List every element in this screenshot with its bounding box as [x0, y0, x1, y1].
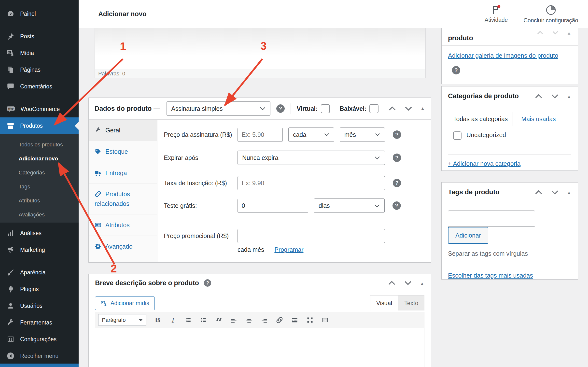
subscription-interval-select[interactable]: cada	[288, 127, 334, 142]
add-category-link[interactable]: + Adicionar nova categoria	[448, 160, 520, 167]
move-down-icon[interactable]	[404, 280, 412, 286]
tab-visual[interactable]: Visual	[370, 295, 398, 311]
help-icon[interactable]	[204, 279, 211, 287]
sidebar-item-analises[interactable]: Análises	[0, 225, 79, 241]
card-icon	[95, 222, 101, 228]
schedule-link[interactable]: Programar	[274, 246, 303, 253]
submenu-todos-os-produtos[interactable]: Todos os produtos	[0, 138, 79, 152]
chevron-down-icon	[320, 133, 329, 136]
tab-estoque[interactable]: Estoque	[89, 141, 157, 162]
sidebar-item-posts[interactable]: Posts	[0, 28, 79, 45]
subscription-price-input[interactable]	[238, 128, 283, 142]
help-icon[interactable]	[393, 179, 401, 187]
align-right-icon[interactable]	[260, 316, 268, 324]
gallery-panel-title: produto	[448, 34, 473, 42]
editor-content-area[interactable]	[95, 328, 424, 367]
add-tag-button[interactable]: Adicionar	[448, 227, 488, 244]
collapse-toggle-icon[interactable]	[420, 106, 425, 111]
move-down-icon[interactable]	[550, 190, 559, 195]
pushpin-icon	[6, 32, 15, 41]
align-center-icon[interactable]	[245, 316, 253, 324]
finish-setup-button[interactable]: Concluir configuração	[524, 4, 578, 24]
tab-avancado[interactable]: Avançado	[89, 236, 157, 257]
move-up-icon[interactable]	[536, 30, 544, 35]
blockquote-icon[interactable]	[215, 316, 223, 324]
tab-most-used[interactable]: Mais usadas	[521, 115, 556, 123]
sidebar-separator	[0, 223, 79, 225]
category-checkbox[interactable]	[453, 131, 462, 140]
move-up-icon[interactable]	[388, 106, 397, 111]
fullscreen-icon[interactable]	[306, 316, 314, 324]
free-trial-input[interactable]	[238, 199, 308, 213]
tab-atributos[interactable]: Atributos	[89, 214, 157, 236]
add-media-button[interactable]: Adicionar mídia	[95, 296, 155, 310]
expire-after-select[interactable]: Nunca expira	[238, 151, 385, 165]
move-up-icon[interactable]	[534, 94, 543, 99]
activity-button[interactable]: Atividade	[485, 4, 508, 24]
sidebar-item-ferramentas[interactable]: Ferramentas	[0, 314, 79, 331]
description-editor-area[interactable]: Palavras: 0	[95, 28, 426, 78]
sidebar-item-configuracoes[interactable]: Configurações	[0, 331, 79, 348]
numbered-list-icon[interactable]	[199, 316, 207, 324]
categories-panel-header: Categorias de produto	[442, 86, 578, 106]
tags-panel-header: Tags de produto	[442, 183, 578, 202]
move-down-icon[interactable]	[551, 30, 559, 35]
italic-icon[interactable]: I	[169, 316, 177, 324]
sale-price-input[interactable]	[238, 229, 385, 243]
sidebar-item-plugins[interactable]: Plugins	[0, 281, 79, 297]
tab-all-categories[interactable]: Todas as categorias	[448, 112, 513, 126]
submenu-tags[interactable]: Tags	[0, 180, 79, 194]
sidebar-item-aparencia[interactable]: Aparência	[0, 264, 79, 281]
sidebar-item-paginas[interactable]: Páginas	[0, 61, 79, 78]
read-more-icon[interactable]	[291, 316, 299, 324]
help-icon[interactable]	[392, 201, 401, 210]
virtual-checkbox[interactable]	[321, 104, 330, 113]
tab-produtos-relacionados[interactable]: Produtos relacionados	[89, 184, 157, 214]
help-icon[interactable]	[452, 66, 460, 74]
svg-text:Woo: Woo	[8, 107, 14, 110]
tab-entrega[interactable]: Entrega	[89, 162, 157, 184]
collapse-toggle-icon[interactable]	[420, 279, 424, 287]
insert-link-icon[interactable]	[276, 316, 283, 324]
sidebar-item-midia[interactable]: Mídia	[0, 45, 79, 61]
move-up-icon[interactable]	[534, 190, 543, 195]
tab-geral[interactable]: Geral	[89, 120, 157, 141]
collapse-toggle-icon[interactable]	[567, 188, 571, 196]
add-gallery-link[interactable]: Adicionar galeria de imagens do produto	[448, 52, 558, 59]
align-left-icon[interactable]	[230, 316, 238, 324]
submenu-avaliacoes[interactable]: Avaliações	[0, 208, 79, 222]
collapse-toggle-icon[interactable]	[567, 92, 571, 100]
sidebar-item-produtos[interactable]: Produtos	[0, 117, 79, 134]
free-trial-period-select[interactable]: dias	[314, 198, 385, 213]
sidebar-item-label: Plugins	[20, 286, 39, 293]
sidebar-item-usuarios[interactable]: Usuários	[0, 297, 79, 314]
bold-icon[interactable]: B	[154, 316, 162, 324]
move-down-icon[interactable]	[550, 94, 559, 99]
sidebar-item-comentarios[interactable]: Comentários	[0, 78, 79, 95]
toolbar-toggle-icon[interactable]	[321, 316, 329, 324]
submenu-adicionar-novo[interactable]: Adicionar novo	[0, 152, 79, 166]
product-type-select[interactable]: Assinatura simples	[167, 101, 270, 116]
move-up-icon[interactable]	[387, 280, 396, 286]
sidebar-item-marketing[interactable]: Marketing	[0, 241, 79, 258]
collapse-toggle-icon[interactable]	[567, 29, 571, 36]
signup-fee-input[interactable]	[238, 176, 385, 190]
sidebar-item-woocommerce[interactable]: Woo WooCommerce	[0, 101, 79, 117]
subscription-period-select[interactable]: mês	[340, 127, 385, 142]
tab-texto[interactable]: Texto	[398, 295, 424, 311]
move-down-icon[interactable]	[404, 106, 413, 111]
bullet-list-icon[interactable]	[184, 316, 192, 324]
submenu-categorias[interactable]: Categorias	[0, 166, 79, 180]
paragraph-format-select[interactable]: Parágrafo	[98, 314, 146, 326]
categories-tabs: Todas as categorias Mais usadas	[448, 112, 571, 126]
tag-input[interactable]	[448, 211, 535, 227]
help-icon[interactable]	[276, 104, 285, 113]
help-icon[interactable]	[393, 154, 401, 162]
choose-tags-link[interactable]: Escolher das tags mais usadas	[448, 272, 533, 279]
sidebar-item-recolher-menu[interactable]: Recolher menu	[0, 348, 79, 364]
sidebar-item-painel[interactable]: Painel	[0, 5, 79, 22]
tag-icon	[95, 148, 101, 155]
downloadable-checkbox[interactable]	[369, 104, 378, 113]
submenu-atributos[interactable]: Atributos	[0, 194, 79, 208]
help-icon[interactable]	[393, 130, 401, 139]
